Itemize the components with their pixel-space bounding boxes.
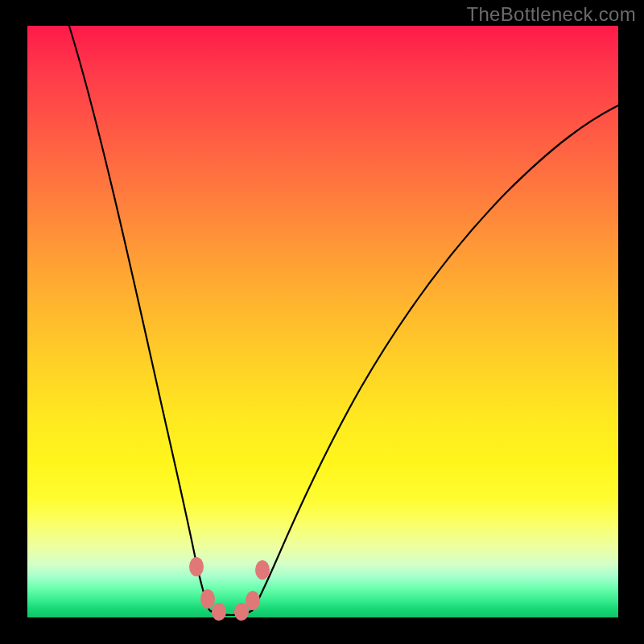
plot-area xyxy=(27,26,618,617)
chart-frame: TheBottleneck.com xyxy=(0,0,644,644)
watermark-text: TheBottleneck.com xyxy=(466,3,636,26)
